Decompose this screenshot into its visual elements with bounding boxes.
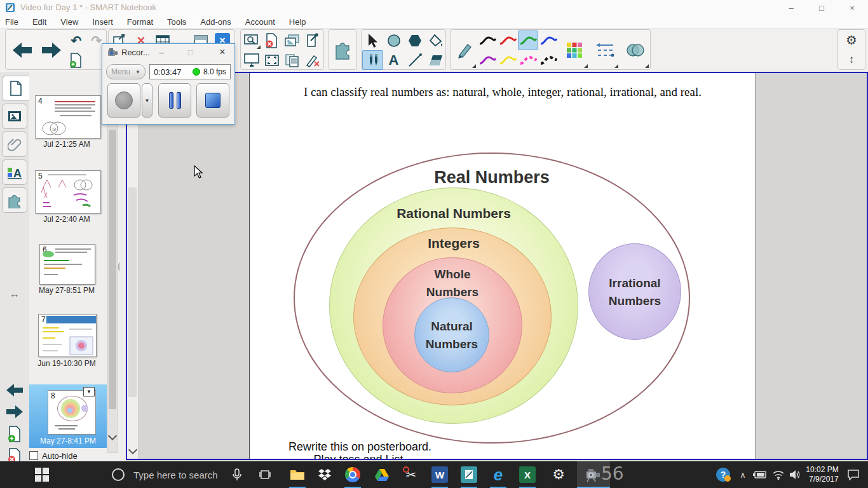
next-page-button[interactable]	[37, 37, 65, 63]
taskbar-snipping-tool[interactable]: ✂	[402, 461, 421, 488]
menu-addons[interactable]: Add-ons	[200, 17, 231, 27]
recorder-maximize-button[interactable]: □	[182, 46, 199, 58]
presentation-screen-button[interactable]	[241, 50, 262, 70]
page-thumbnail-8-selected[interactable]: 8 ▼ May 27-8:41 PM	[29, 384, 107, 448]
pens-tool-button[interactable]	[362, 50, 383, 70]
pin-page-button[interactable]	[302, 30, 323, 50]
pen-color-green-selected[interactable]	[518, 30, 538, 50]
pen-color-black[interactable]	[477, 30, 498, 50]
tab-page-sorter[interactable]	[2, 76, 29, 101]
menu-view[interactable]: View	[60, 17, 78, 27]
menu-account[interactable]: Account	[245, 17, 275, 27]
taskbar-settings[interactable]: ⚙	[548, 461, 569, 488]
record-button[interactable]	[107, 83, 140, 118]
window-close-button[interactable]: ×	[841, 1, 863, 14]
sidebar-next-page-button[interactable]	[5, 403, 24, 421]
recorder-menu-button[interactable]: Menu ▼	[106, 64, 146, 79]
pen-color-black-dashed[interactable]	[538, 50, 559, 70]
sidebar-resize-grip[interactable]	[118, 262, 122, 271]
search-input[interactable]: Type here to search	[112, 461, 277, 488]
canvas-scroll-down-button[interactable]	[128, 447, 137, 456]
shapes-tool-button[interactable]	[383, 30, 404, 50]
text-tool-button[interactable]: A	[383, 50, 404, 70]
taskbar-excel[interactable]: X	[517, 461, 538, 488]
taskbar-file-explorer[interactable]	[288, 461, 307, 488]
taskbar-smart-notebook[interactable]	[459, 461, 479, 488]
addons-button[interactable]	[329, 30, 356, 69]
menu-format[interactable]: Format	[127, 17, 153, 27]
page-thumbnail-7[interactable]: 7	[38, 314, 97, 357]
line-tool-button[interactable]	[404, 50, 425, 70]
tray-volume[interactable]	[787, 461, 804, 488]
sidebar-scrollbar-thumb[interactable]	[109, 130, 116, 409]
toolbar-customize-button[interactable]: ⚙	[839, 30, 864, 50]
pencil-button[interactable]	[451, 30, 477, 69]
tray-battery[interactable]	[751, 461, 769, 488]
menu-tools[interactable]: Tools	[167, 17, 186, 27]
menu-insert[interactable]: Insert	[92, 17, 113, 27]
pen-color-pink-dashed[interactable]	[518, 50, 538, 70]
sidebar-add-page-button[interactable]	[5, 425, 24, 443]
fill-tool-button[interactable]	[425, 30, 446, 50]
tray-overflow-chevron[interactable]: ∧	[736, 461, 750, 488]
transparency-button[interactable]	[621, 30, 650, 69]
action-center-button[interactable]	[843, 461, 864, 488]
undo-button[interactable]: ↶	[67, 31, 86, 50]
menu-file[interactable]: File	[5, 17, 18, 27]
line-style-button[interactable]	[590, 30, 620, 69]
polygon-tool-button[interactable]	[404, 30, 425, 50]
tab-gallery[interactable]	[2, 104, 27, 129]
sidebar-previous-page-button[interactable]	[5, 381, 24, 399]
start-button[interactable]	[28, 461, 56, 488]
add-page-button[interactable]	[67, 51, 86, 70]
window-minimize-button[interactable]: –	[780, 1, 802, 14]
tray-help-notification[interactable]: ?	[713, 461, 733, 488]
task-view-button[interactable]	[254, 461, 276, 488]
taskbar-edge[interactable]: e	[488, 461, 508, 488]
taskbar-word[interactable]: W	[430, 461, 450, 488]
sidebar-puzzle-icon	[6, 192, 23, 208]
page-thumbnail-8[interactable]: 8	[48, 390, 96, 435]
page-thumbnail-5[interactable]: 5	[35, 170, 101, 214]
clear-ink-button[interactable]	[302, 50, 323, 70]
previous-page-button[interactable]	[8, 37, 36, 63]
image-gallery-button[interactable]	[282, 30, 302, 50]
color-palette-button[interactable]	[560, 30, 589, 69]
toolbar-move-button[interactable]: ↕	[839, 50, 864, 69]
page-thumbnail-6[interactable]: 6	[39, 244, 95, 285]
dual-page-button[interactable]	[282, 50, 302, 70]
microphone-button[interactable]	[227, 461, 247, 488]
tray-wifi[interactable]	[770, 461, 787, 488]
pause-button[interactable]	[158, 83, 191, 118]
autohide-checkbox[interactable]	[29, 451, 38, 460]
pen-color-red[interactable]	[498, 30, 518, 50]
menu-help[interactable]: Help	[289, 17, 306, 27]
taskbar-dropbox[interactable]	[315, 461, 334, 488]
select-tool-button[interactable]	[362, 30, 383, 50]
menu-edit[interactable]: Edit	[32, 17, 46, 27]
recorder-minimize-button[interactable]: –	[153, 46, 170, 58]
stop-button[interactable]	[196, 83, 229, 118]
canvas-scrollbar[interactable]	[127, 73, 139, 459]
screen-capture-button[interactable]	[241, 30, 262, 50]
delete-page-button[interactable]	[262, 30, 282, 50]
sidebar-scrollbar[interactable]	[107, 119, 118, 453]
tab-addons[interactable]	[2, 187, 27, 213]
pen-color-purple[interactable]	[477, 50, 498, 70]
tab-properties[interactable]: A	[2, 159, 27, 185]
taskbar-google-drive[interactable]	[372, 461, 391, 488]
recorder-close-button[interactable]: ×	[214, 46, 231, 58]
record-options-dropdown[interactable]: ▼	[142, 83, 153, 118]
pen-color-blue[interactable]	[538, 30, 559, 50]
fullscreen-button[interactable]	[262, 50, 282, 70]
page-thumbnail-4[interactable]: 4 ⊙	[35, 95, 101, 139]
page-context-menu-button[interactable]: ▼	[83, 387, 95, 396]
pen-color-yellow[interactable]	[498, 50, 518, 70]
sidebar-scroll-down-button[interactable]	[107, 432, 118, 442]
recorder-title-bar[interactable]: Recor... – □ ×	[102, 44, 234, 60]
canvas-scrollbar-thumb[interactable]	[128, 187, 137, 397]
taskbar-chrome[interactable]	[343, 461, 362, 488]
window-maximize-button[interactable]: □	[811, 1, 832, 14]
tray-clock[interactable]: 10:02 PM 7/9/2017	[804, 461, 840, 488]
eraser-tool-button[interactable]	[425, 50, 446, 70]
